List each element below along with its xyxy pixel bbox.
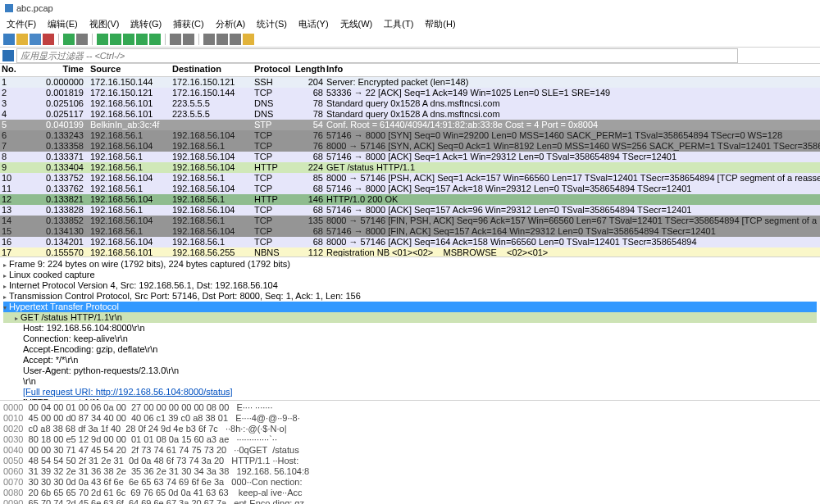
hex-row[interactable]: 0020 c0 a8 38 68 df 3a 1f 40 28 0f 24 9d… [3, 424, 817, 434]
zoom-out-icon[interactable] [216, 34, 228, 45]
autoscroll-icon[interactable] [170, 34, 181, 45]
packet-row[interactable]: 30.025106192.168.56.101223.5.5.5DNS78Sta… [0, 98, 820, 109]
packet-row[interactable]: 140.133852192.168.56.104192.168.56.1TCP1… [0, 216, 820, 226]
packet-row[interactable]: 110.133762192.168.56.1192.168.56.104TCP6… [0, 184, 820, 194]
menu-item[interactable]: 捕获(C) [173, 18, 203, 30]
forward-icon[interactable] [110, 34, 121, 45]
close-icon[interactable] [43, 34, 54, 45]
detail-ua[interactable]: User-Agent: python-requests/2.13.0\r\n [3, 366, 817, 376]
packet-row[interactable]: 70.133358192.168.56.104192.168.56.1TCP76… [0, 141, 820, 152]
packet-row[interactable]: 80.133371192.168.56.1192.168.56.104TCP68… [0, 152, 820, 162]
detail-frame[interactable]: Frame 9: 224 bytes on wire (1792 bits), … [3, 259, 817, 270]
packet-bytes-pane[interactable]: 0000 00 04 00 01 00 06 0a 00 27 00 00 00… [0, 400, 820, 504]
hex-row[interactable]: 0010 45 00 00 d0 87 34 40 00 40 06 c1 39… [3, 413, 817, 424]
packet-row[interactable]: 20.001819172.16.150.121172.16.150.144TCP… [0, 88, 820, 98]
col-header-time[interactable]: Time [20, 64, 90, 76]
detail-accenc[interactable]: Accept-Encoding: gzip, deflate\r\n [3, 344, 817, 355]
packet-list-header: No. Time Source Destination Protocol Len… [0, 64, 820, 77]
packet-row[interactable]: 10.000000172.16.150.144172.16.150.121SSH… [0, 77, 820, 88]
packet-list-pane[interactable]: No. Time Source Destination Protocol Len… [0, 64, 820, 257]
menu-item[interactable]: 电话(Y) [298, 18, 329, 30]
cell-info: Standard query 0x1528 A dns.msftncsi.com [326, 109, 820, 120]
resize-cols-icon[interactable] [243, 34, 254, 45]
cell-time: 0.000000 [20, 77, 90, 88]
zoom-in-icon[interactable] [203, 34, 215, 45]
cell-proto: HTTP [254, 194, 295, 205]
packet-row[interactable]: 60.133243192.168.56.1192.168.56.104TCP76… [0, 130, 820, 141]
col-header-len[interactable]: Length [295, 64, 326, 76]
bookmark-icon[interactable] [2, 50, 14, 61]
detail-accept[interactable]: Accept: */*\r\n [3, 355, 817, 366]
detail-tcp[interactable]: Transmission Control Protocol, Src Port:… [3, 291, 817, 302]
cell-src: 192.168.56.101 [90, 109, 172, 120]
menu-item[interactable]: 帮助(H) [425, 18, 455, 30]
cell-time: 0.134130 [20, 226, 90, 237]
detail-conn[interactable]: Connection: keep-alive\r\n [3, 334, 817, 344]
hex-row[interactable]: 0090 65 70 74 2d 45 6e 63 6f 64 69 6e 67… [3, 498, 817, 504]
packet-row[interactable]: 100.133752192.168.56.104192.168.56.1TCP8… [0, 173, 820, 184]
hex-row[interactable]: 0030 80 18 00 e5 12 9d 00 00 01 01 08 0a… [3, 434, 817, 445]
cell-no: 6 [0, 130, 20, 141]
packet-row[interactable]: 150.134130192.168.56.1192.168.56.104TCP6… [0, 226, 820, 237]
zoom-reset-icon[interactable] [230, 34, 241, 45]
reload-icon[interactable] [63, 34, 75, 45]
cell-dst: 192.168.56.1 [172, 216, 254, 226]
col-header-info[interactable]: Info [326, 64, 820, 76]
menu-item[interactable]: 跳转(G) [130, 18, 162, 30]
save-icon[interactable] [30, 34, 41, 45]
display-filter-input[interactable] [16, 48, 738, 63]
goto-last-icon[interactable] [149, 34, 161, 45]
detail-get[interactable]: GET /status HTTP/1.1\r\n [3, 312, 817, 323]
cell-info: 57146 → 8000 [FIN, ACK] Seq=157 Ack=164 … [326, 226, 820, 237]
packet-row[interactable]: 160.134201192.168.56.104192.168.56.1TCP6… [0, 237, 820, 247]
cell-len: 68 [295, 184, 326, 194]
hex-row[interactable]: 0050 48 54 54 50 2f 31 2e 31 0d 0a 48 6f… [3, 456, 817, 466]
hex-row[interactable]: 0060 31 39 32 2e 31 36 38 2e 35 36 2e 31… [3, 466, 817, 477]
hex-row[interactable]: 0070 30 30 30 0d 0a 43 6f 6e 6e 65 63 74… [3, 477, 817, 488]
menu-item[interactable]: 工具(T) [384, 18, 413, 30]
detail-crlf[interactable]: \r\n [3, 376, 817, 387]
menu-item[interactable]: 编辑(E) [48, 18, 78, 30]
cell-no: 16 [0, 237, 20, 247]
detail-ip[interactable]: Internet Protocol Version 4, Src: 192.16… [3, 280, 817, 291]
detail-host[interactable]: Host: 192.168.56.104:8000\r\n [3, 323, 817, 334]
menu-item[interactable]: 统计(S) [257, 18, 287, 30]
col-header-proto[interactable]: Protocol [254, 64, 295, 76]
menu-item[interactable]: 视图(V) [89, 18, 120, 30]
cell-info: 8000 → 57146 [PSH, ACK] Seq=1 Ack=157 Wi… [326, 173, 820, 184]
detail-http[interactable]: Hypertext Transfer Protocol [3, 302, 817, 312]
col-header-no[interactable]: No. [0, 64, 20, 76]
col-header-src[interactable]: Source [90, 64, 172, 76]
detail-linux[interactable]: Linux cooked capture [3, 270, 817, 280]
hex-row[interactable]: 0000 00 04 00 01 00 06 0a 00 27 00 00 00… [3, 402, 817, 413]
cell-src: 192.168.56.1 [90, 152, 172, 162]
colorize-icon[interactable] [183, 34, 194, 45]
cell-time: 0.133752 [20, 173, 90, 184]
goto-first-icon[interactable] [136, 34, 148, 45]
cell-no: 1 [0, 77, 20, 88]
file-open-icon[interactable] [3, 34, 15, 45]
menu-item[interactable]: 无线(W) [340, 18, 373, 30]
cell-len: 76 [295, 130, 326, 141]
packet-row[interactable]: 90.133404192.168.56.1192.168.56.104HTTP2… [0, 162, 820, 173]
jump-icon[interactable] [123, 34, 134, 45]
cell-len: 68 [295, 88, 326, 98]
packet-row[interactable]: 130.133828192.168.56.1192.168.56.104TCP6… [0, 205, 820, 216]
folder-icon[interactable] [16, 34, 28, 45]
packet-row[interactable]: 50.040199BelkinIn_ab:3c:4fSTP54Conf. Roo… [0, 120, 820, 130]
find-icon[interactable] [76, 34, 88, 45]
packet-row[interactable]: 170.155570192.168.56.101192.168.56.255NB… [0, 247, 820, 257]
packet-row[interactable]: 40.025117192.168.56.101223.5.5.5DNS78Sta… [0, 109, 820, 120]
menu-item[interactable]: 文件(F) [7, 18, 36, 30]
cell-src: 172.16.150.121 [90, 88, 172, 98]
packet-details-pane[interactable]: Frame 9: 224 bytes on wire (1792 bits), … [0, 257, 820, 400]
hex-row[interactable]: 0040 00 00 30 71 47 45 54 20 2f 73 74 61… [3, 445, 817, 456]
menu-item[interactable]: 分析(A) [216, 18, 246, 30]
cell-proto: TCP [254, 184, 295, 194]
detail-fulluri[interactable]: [Full request URI: http://192.168.56.104… [3, 387, 817, 397]
packet-row[interactable]: 120.133821192.168.56.104192.168.56.1HTTP… [0, 194, 820, 205]
back-icon[interactable] [97, 34, 108, 45]
col-header-dst[interactable]: Destination [172, 64, 254, 76]
cell-dst: 192.168.56.1 [172, 194, 254, 205]
hex-row[interactable]: 0080 20 6b 65 65 70 2d 61 6c 69 76 65 0d… [3, 488, 817, 498]
